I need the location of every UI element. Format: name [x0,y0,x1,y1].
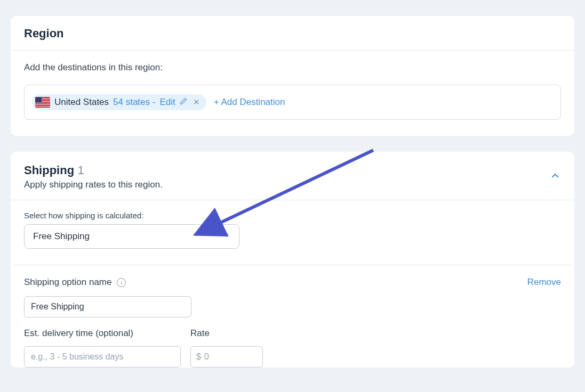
collapse-chevron-icon[interactable] [549,170,561,184]
pencil-icon[interactable] [180,97,187,107]
region-card: Region Add the destinations in this regi… [11,16,574,136]
option-head-row: Shipping option name i Remove [24,277,561,288]
destination-states-count[interactable]: 54 states - [113,97,155,108]
option-name-label-wrap: Shipping option name i [24,277,126,288]
shipping-header: Shipping 1 Apply shipping rates to this … [11,152,574,200]
shipping-subtitle: Apply shipping rates to this region. [24,179,163,190]
destination-country: United States [54,97,109,108]
rate-field: Rate $ [190,328,263,368]
chevron-down-icon [223,231,230,242]
shipping-title: Shipping [24,164,74,177]
remove-option-link[interactable]: Remove [527,277,561,288]
region-body: Add the destinations in this region: Uni… [11,51,574,136]
add-destination-button[interactable]: + Add Destination [214,97,285,108]
shipping-calc-select[interactable]: Free Shipping [24,224,239,249]
delivery-label: Est. delivery time (optional) [24,328,181,339]
shipping-card: Shipping 1 Apply shipping rates to this … [11,152,574,368]
section-divider [13,265,572,265]
region-header: Region [11,16,574,51]
delivery-rate-row: Est. delivery time (optional) Rate $ [24,328,561,368]
delivery-field: Est. delivery time (optional) [24,328,181,368]
destination-remove-icon[interactable]: ✕ [191,97,200,107]
shipping-form-area: Select how shipping is calculated: Free … [11,200,574,368]
us-flag-icon [35,97,50,108]
destination-edit-link[interactable]: Edit [159,97,175,108]
rate-input-wrap[interactable]: $ [190,346,263,368]
delivery-time-input[interactable] [24,346,181,368]
shipping-title-block: Shipping 1 Apply shipping rates to this … [24,164,163,190]
region-instruction: Add the destinations in this region: [24,62,561,73]
option-name-label: Shipping option name [24,277,111,288]
calc-label: Select how shipping is calculated: [24,211,561,220]
destinations-box[interactable]: United States 54 states - Edit ✕ + Add D… [24,85,561,120]
option-name-input[interactable] [24,296,191,317]
rate-input[interactable] [204,352,257,362]
shipping-calc-value: Free Shipping [33,231,90,242]
rate-label: Rate [190,328,263,339]
info-icon[interactable]: i [117,278,126,287]
region-title: Region [24,27,561,40]
currency-symbol: $ [196,352,201,362]
destination-chip-us[interactable]: United States 54 states - Edit ✕ [32,94,206,110]
shipping-number: 1 [78,164,84,177]
